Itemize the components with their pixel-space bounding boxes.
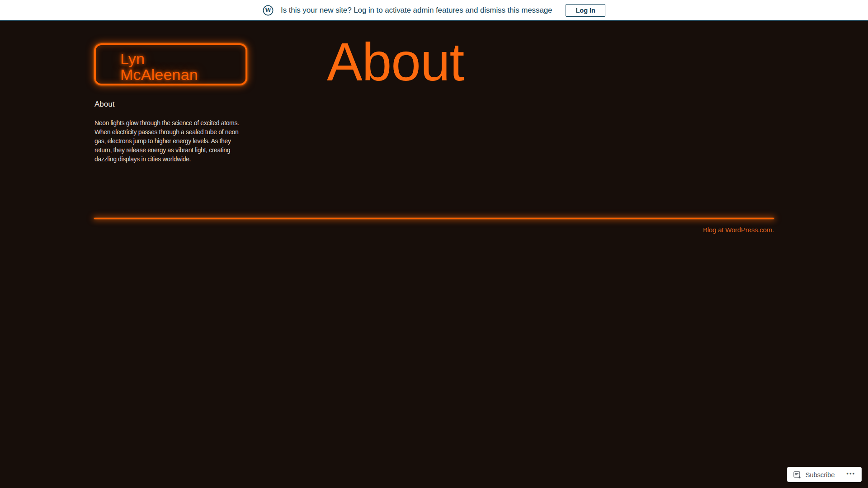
log-in-button[interactable]: Log In [566,4,605,17]
admin-notice-text: Is this your new site? Log in to activat… [281,6,552,15]
wordpress-credit-link[interactable]: Blog at WordPress.com. [94,226,774,234]
ellipsis-icon: ••• [846,470,855,477]
site-header-box: Lyn McAleenan [94,43,247,85]
page-title: About [327,35,464,89]
subscribe-widget: Subscribe ••• [787,467,862,482]
admin-notice-banner: W Is this your new site? Log in to activ… [0,0,868,21]
site-title[interactable]: Lyn McAleenan [120,51,213,82]
neon-divider [94,218,774,219]
svg-text:W: W [264,7,272,14]
nav-item-about[interactable]: About [94,100,114,109]
subscribe-label: Subscribe [805,471,835,479]
site-intro-paragraph: Neon lights glow through the science of … [94,118,246,164]
more-options-button[interactable]: ••• [846,471,855,479]
subscribe-icon [793,470,802,479]
wordpress-logo-icon: W [263,5,274,16]
subscribe-button[interactable]: Subscribe [793,470,835,479]
